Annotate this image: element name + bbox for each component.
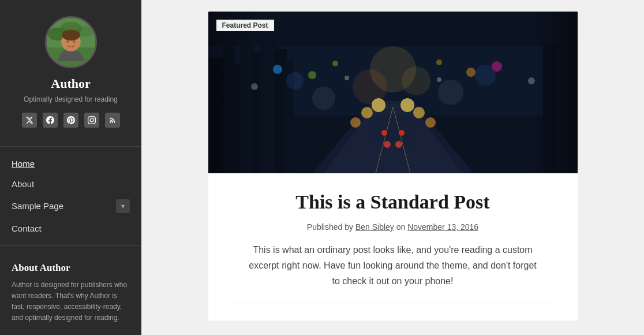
sidebar: Author Optimally designed for reading Ho… <box>0 0 141 335</box>
nav-item-home[interactable]: Home <box>12 154 130 174</box>
post-title: This is a Standard Post <box>231 191 555 214</box>
pinterest-icon[interactable] <box>63 113 78 128</box>
svg-rect-53 <box>208 12 254 173</box>
svg-point-6 <box>62 30 80 41</box>
post-meta: Published by Ben Sibley on November 13, … <box>231 222 555 232</box>
instagram-icon[interactable] <box>84 113 99 128</box>
nav-item-sample-page[interactable]: Sample Page ▾ <box>12 194 130 218</box>
nav-item-contact[interactable]: Contact <box>12 218 130 239</box>
sidebar-nav: Home About Sample Page ▾ Contact <box>0 154 141 239</box>
svg-rect-54 <box>531 12 578 173</box>
post-card: Featured Post <box>208 12 578 321</box>
site-title: Author <box>51 76 90 91</box>
nav-item-about[interactable]: About <box>12 174 130 194</box>
facebook-icon[interactable] <box>43 113 58 128</box>
post-divider <box>231 303 555 303</box>
rss-icon[interactable] <box>105 113 120 128</box>
featured-label: Featured Post <box>216 20 274 31</box>
site-subtitle: Optimally designed for reading <box>24 95 118 105</box>
social-icons-group <box>22 113 120 128</box>
sidebar-divider-2 <box>0 245 141 246</box>
svg-point-8 <box>73 40 76 43</box>
twitter-icon[interactable] <box>22 113 37 128</box>
post-date-link[interactable]: November 13, 2016 <box>407 222 478 232</box>
main-content: Featured Post <box>141 0 644 335</box>
post-content: This is a Standard Post Published by Ben… <box>208 173 578 321</box>
sidebar-header: Author Optimally designed for reading <box>0 0 141 139</box>
svg-point-7 <box>66 40 69 43</box>
avatar-image <box>47 18 95 66</box>
avatar <box>45 16 97 68</box>
sidebar-divider-1 <box>0 146 141 147</box>
svg-rect-52 <box>208 12 578 173</box>
post-excerpt: This is what an ordinary post looks like… <box>249 242 537 289</box>
about-author-title: About Author <box>12 262 130 274</box>
about-author-text: Author is designed for publishers who wa… <box>12 280 130 324</box>
post-author-link[interactable]: Ben Sibley <box>355 222 394 232</box>
about-author-section: About Author Author is designed for publ… <box>0 253 141 335</box>
sample-page-dropdown-icon[interactable]: ▾ <box>116 199 130 213</box>
featured-image: Featured Post <box>208 12 578 173</box>
